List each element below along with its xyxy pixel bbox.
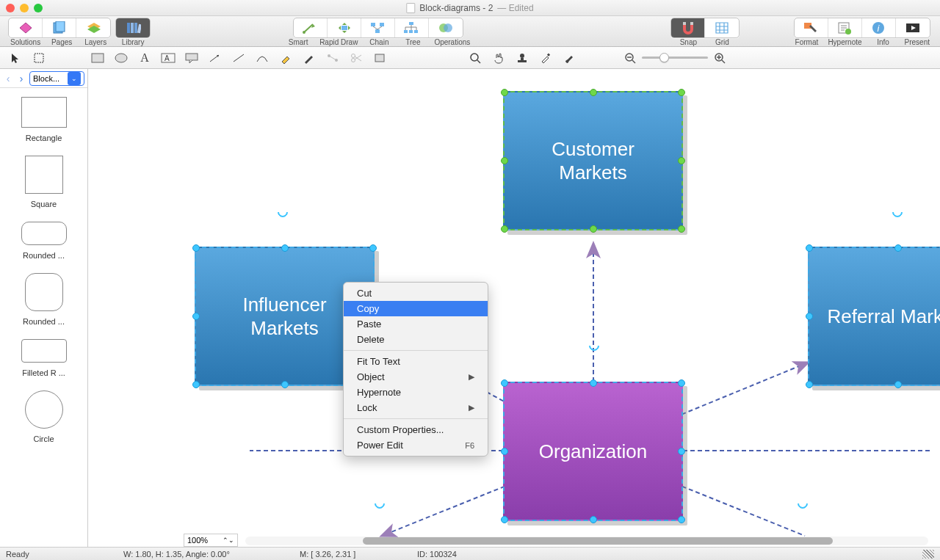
block-customer[interactable]: CustomerMarkets: [503, 91, 683, 230]
scissors-tool[interactable]: [345, 49, 367, 67]
textbox-tool[interactable]: A: [157, 49, 179, 67]
snap-button[interactable]: [671, 18, 705, 37]
rotate-handle-icon[interactable]: [587, 338, 601, 353]
selection-handle[interactable]: [590, 89, 597, 96]
grid-button[interactable]: [705, 18, 739, 37]
stamp-tool[interactable]: [369, 49, 391, 67]
menu-item-power-edit[interactable]: Power EditF6: [344, 437, 488, 453]
menu-item-delete[interactable]: Delete: [344, 332, 488, 347]
rotate-handle-icon[interactable]: [890, 205, 905, 219]
layers-button[interactable]: [76, 18, 110, 37]
rotate-handle-icon[interactable]: [372, 496, 387, 511]
rotate-handle-icon[interactable]: [275, 205, 290, 219]
rapid-button[interactable]: [328, 18, 361, 37]
zoom-select[interactable]: 100%⌃⌄: [184, 534, 238, 547]
selection-handle[interactable]: [192, 381, 200, 388]
eyedropper-tool[interactable]: [535, 49, 557, 67]
zoom-slider[interactable]: [624, 52, 726, 64]
rect-tool[interactable]: [87, 49, 109, 67]
horizontal-scrollbar[interactable]: [245, 537, 928, 545]
shape-rounded1[interactable]: Rounded ...: [0, 222, 87, 260]
selection-handle[interactable]: [590, 516, 597, 523]
shape-rounded2[interactable]: Rounded ...: [0, 273, 87, 326]
selection-handle[interactable]: [501, 379, 508, 387]
ellipse-tool[interactable]: [110, 49, 132, 67]
selection-handle[interactable]: [678, 157, 685, 164]
selection-handle[interactable]: [281, 381, 289, 388]
selection-handle[interactable]: [894, 381, 902, 388]
stamp2-tool[interactable]: [511, 49, 533, 67]
selection-handle[interactable]: [678, 448, 685, 455]
selection-handle[interactable]: [678, 225, 685, 233]
pointer-tool[interactable]: [4, 49, 26, 67]
selection-handle[interactable]: [678, 89, 685, 96]
selection-handle[interactable]: [501, 225, 508, 233]
tree-button[interactable]: [395, 18, 429, 37]
selection-handle[interactable]: [590, 225, 597, 233]
close-icon[interactable]: [6, 4, 15, 12]
selection-handle[interactable]: [590, 379, 597, 387]
shape-circle[interactable]: Circle: [0, 390, 87, 443]
ops-button[interactable]: [429, 18, 463, 37]
selection-handle[interactable]: [806, 381, 813, 388]
connector-tool[interactable]: [322, 49, 344, 67]
selection-handle[interactable]: [678, 516, 685, 523]
menu-item-lock[interactable]: Lock▶: [344, 400, 488, 415]
callout-tool[interactable]: [181, 49, 203, 67]
zoom-out-icon[interactable]: [624, 52, 636, 64]
menu-item-object[interactable]: Object▶: [344, 369, 488, 385]
highlighter-tool[interactable]: [275, 49, 297, 67]
smart-button[interactable]: [294, 18, 328, 37]
selection-handle[interactable]: [806, 244, 813, 252]
selection-handle[interactable]: [678, 379, 685, 387]
window-controls[interactable]: [6, 4, 43, 12]
menu-item-fit-to-text[interactable]: Fit To Text: [344, 354, 488, 369]
pen-tool[interactable]: [298, 49, 320, 67]
library-button[interactable]: [116, 18, 150, 37]
hand-tool[interactable]: [488, 49, 510, 67]
shape-square[interactable]: Square: [0, 156, 87, 208]
selection-handle[interactable]: [192, 244, 200, 252]
selection-handle[interactable]: [281, 244, 289, 252]
brush-tool[interactable]: [558, 49, 580, 67]
arrow-tool[interactable]: [204, 49, 226, 67]
shape-filleted[interactable]: Filleted R ...: [0, 339, 87, 377]
selection-handle[interactable]: [501, 89, 508, 96]
hypernote-button[interactable]: [828, 18, 862, 37]
selection-handle[interactable]: [501, 448, 508, 455]
chain-button[interactable]: [361, 18, 395, 37]
line-tool[interactable]: [228, 49, 250, 67]
rotate-handle-icon[interactable]: [795, 496, 810, 511]
selection-handle[interactable]: [894, 244, 902, 252]
selection-handle[interactable]: [192, 313, 200, 320]
pages-button[interactable]: [43, 18, 76, 37]
resize-grip-icon[interactable]: [922, 550, 934, 559]
block-org[interactable]: Organization: [503, 382, 683, 521]
menu-item-paste[interactable]: Paste: [344, 316, 488, 332]
zoom-in-icon[interactable]: [714, 52, 726, 64]
menu-item-custom-properties-[interactable]: Custom Properties...: [344, 422, 488, 437]
solutions-button[interactable]: [9, 18, 43, 37]
menu-item-copy[interactable]: Copy: [344, 301, 488, 316]
format-button[interactable]: [795, 18, 828, 37]
zoom-tool[interactable]: [464, 49, 486, 67]
marquee-tool[interactable]: [28, 49, 50, 67]
selection-handle[interactable]: [369, 244, 377, 252]
shape-rect[interactable]: Rectangle: [0, 97, 87, 142]
selection-handle[interactable]: [501, 516, 508, 523]
nav-back-icon[interactable]: ‹: [3, 73, 13, 84]
library-selector[interactable]: Block... ⌄: [29, 71, 84, 86]
nav-forward-icon[interactable]: ›: [16, 73, 26, 84]
selection-handle[interactable]: [806, 313, 813, 320]
canvas[interactable]: CustomerMarketsInfluencerMarketsReferral…: [88, 69, 940, 547]
menu-item-cut[interactable]: Cut: [344, 286, 488, 301]
info-button[interactable]: i: [862, 18, 896, 37]
block-referral[interactable]: Referral Markets: [808, 247, 940, 386]
minimize-icon[interactable]: [20, 4, 29, 12]
selection-handle[interactable]: [501, 157, 508, 164]
present-button[interactable]: [896, 18, 930, 37]
maximize-icon[interactable]: [34, 4, 43, 12]
text-tool[interactable]: A: [134, 49, 156, 67]
menu-item-hypernote[interactable]: Hypernote: [344, 385, 488, 400]
curve-tool[interactable]: [251, 49, 273, 67]
